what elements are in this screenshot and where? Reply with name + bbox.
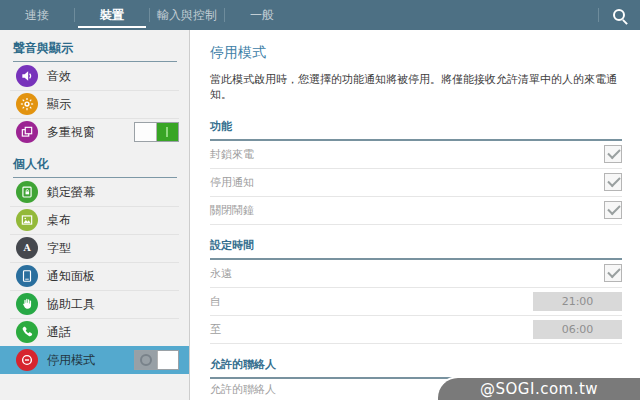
tab-connections[interactable]: 連接 bbox=[0, 0, 74, 30]
svg-text:A: A bbox=[22, 242, 31, 253]
sidebar-item-label: 停用模式 bbox=[47, 352, 95, 369]
to-time-button[interactable]: 06:00 bbox=[533, 320, 622, 339]
sidebar-item-label: 字型 bbox=[47, 240, 71, 257]
detail-pane: 停用模式 當此模式啟用時，您選擇的功能通知將被停用。將僅能接收允許清單中的人的來… bbox=[191, 30, 640, 400]
sidebar-item-display[interactable]: 顯示 bbox=[0, 90, 189, 118]
checkbox-checked-icon[interactable] bbox=[604, 264, 622, 282]
sidebar-item-label: 音效 bbox=[47, 68, 71, 85]
sidebar-item-sound[interactable]: 音效 bbox=[0, 62, 189, 90]
wallpaper-icon bbox=[16, 209, 38, 231]
font-icon: A bbox=[16, 237, 38, 259]
checkbox-checked-icon[interactable] bbox=[604, 201, 622, 219]
sidebar-item-label: 顯示 bbox=[47, 96, 71, 113]
sidebar-item-accessibility[interactable]: 協助工具 bbox=[0, 290, 189, 318]
row-to-time: 至 06:00 bbox=[210, 316, 622, 344]
sidebar-item-notification-panel[interactable]: 通知面板 bbox=[0, 262, 189, 290]
row-always[interactable]: 永遠 bbox=[210, 260, 622, 288]
row-label: 停用通知 bbox=[210, 175, 254, 190]
sidebar-item-label: 通話 bbox=[47, 324, 71, 341]
row-disable-notifications[interactable]: 停用通知 bbox=[210, 169, 622, 197]
sidebar-item-font[interactable]: A 字型 bbox=[0, 234, 189, 262]
multi-window-icon bbox=[16, 121, 38, 143]
row-label: 永遠 bbox=[210, 266, 232, 281]
toggle-thumb bbox=[157, 351, 179, 369]
sidebar-item-label: 鎖定螢幕 bbox=[47, 184, 95, 201]
row-turn-off-alarm[interactable]: 關閉鬧鐘 bbox=[210, 197, 622, 225]
section-title: 功能 bbox=[210, 119, 622, 141]
row-label: 關閉鬧鐘 bbox=[210, 203, 254, 218]
toggle-thumb bbox=[135, 123, 157, 141]
page-description: 當此模式啟用時，您選擇的功能通知將被停用。將僅能接收允許清單中的人的來電通知。 bbox=[210, 73, 622, 103]
sound-icon bbox=[16, 65, 38, 87]
sidebar: 聲音與顯示 音效 顯示 多重視窗 個人化 bbox=[0, 30, 190, 400]
sidebar-item-label: 桌布 bbox=[47, 212, 71, 229]
sidebar-item-wallpaper[interactable]: 桌布 bbox=[0, 206, 189, 234]
sidebar-item-label: 多重視窗 bbox=[47, 124, 95, 141]
row-label: 封鎖來電 bbox=[210, 147, 254, 162]
tab-input-control[interactable]: 輸入與控制 bbox=[150, 0, 224, 30]
lock-screen-icon bbox=[16, 181, 38, 203]
row-label: 允許的聯絡人 bbox=[210, 382, 276, 397]
section-title: 設定時間 bbox=[210, 238, 622, 260]
sidebar-item-label: 通知面板 bbox=[47, 268, 95, 285]
blocking-mode-toggle[interactable] bbox=[134, 350, 179, 370]
row-label: 自 bbox=[210, 294, 221, 309]
toggle-on-state bbox=[157, 123, 179, 141]
sidebar-item-call[interactable]: 通話 bbox=[0, 318, 189, 346]
checkbox-checked-icon[interactable] bbox=[604, 145, 622, 163]
sidebar-item-label: 協助工具 bbox=[47, 296, 95, 313]
watermark: @SOGI.com.tw bbox=[436, 376, 640, 400]
sidebar-item-multi-window[interactable]: 多重視窗 bbox=[0, 118, 189, 146]
toggle-off-state bbox=[135, 351, 157, 369]
row-block-incoming-calls[interactable]: 封鎖來電 bbox=[210, 141, 622, 169]
sidebar-item-blocking-mode[interactable]: 停用模式 bbox=[0, 346, 189, 374]
sidebar-section-sound-display: 聲音與顯示 bbox=[13, 40, 177, 62]
settings-screen: 連接 裝置 輸入與控制 一般 聲音與顯示 音效 顯示 bbox=[0, 0, 640, 400]
section-features: 功能 封鎖來電 停用通知 關閉鬧鐘 bbox=[210, 119, 622, 225]
sidebar-item-lock-screen[interactable]: 鎖定螢幕 bbox=[0, 178, 189, 206]
call-icon bbox=[16, 321, 38, 343]
sidebar-section-personalization: 個人化 bbox=[13, 156, 177, 178]
tab-general[interactable]: 一般 bbox=[225, 0, 299, 30]
notification-panel-icon bbox=[16, 265, 38, 287]
top-tab-bar: 連接 裝置 輸入與控制 一般 bbox=[0, 0, 640, 30]
checkbox-checked-icon[interactable] bbox=[604, 173, 622, 191]
row-from-time: 自 21:00 bbox=[210, 288, 622, 316]
section-set-time: 設定時間 永遠 自 21:00 至 06:00 bbox=[210, 238, 622, 344]
from-time-button[interactable]: 21:00 bbox=[533, 292, 622, 311]
multi-window-toggle[interactable] bbox=[134, 122, 179, 142]
row-label: 至 bbox=[210, 322, 221, 337]
accessibility-icon bbox=[16, 293, 38, 315]
page-title: 停用模式 bbox=[210, 44, 622, 62]
search-icon bbox=[613, 9, 625, 21]
search-button[interactable] bbox=[598, 0, 640, 30]
brightness-icon bbox=[16, 93, 38, 115]
tab-device[interactable]: 裝置 bbox=[75, 0, 149, 30]
blocking-mode-icon bbox=[16, 349, 38, 371]
